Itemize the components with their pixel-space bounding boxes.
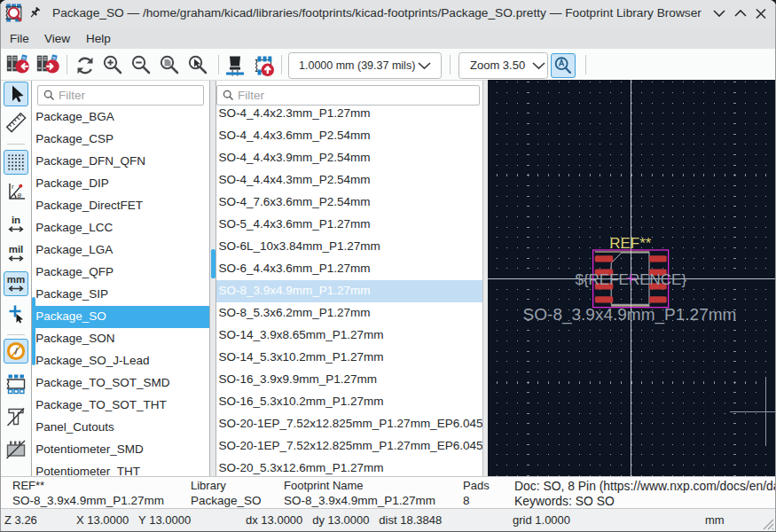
svg-text:SO-8_3.9x4.9mm_P1.27mm: SO-8_3.9x4.9mm_P1.27mm bbox=[523, 305, 737, 325]
svg-text:θ: θ bbox=[18, 192, 22, 200]
svg-text:mil: mil bbox=[9, 244, 24, 254]
svg-text:mm: mm bbox=[7, 274, 25, 285]
svg-text:r: r bbox=[12, 183, 14, 191]
svg-text:REF**: REF** bbox=[609, 235, 652, 252]
svg-text:in: in bbox=[12, 215, 20, 225]
